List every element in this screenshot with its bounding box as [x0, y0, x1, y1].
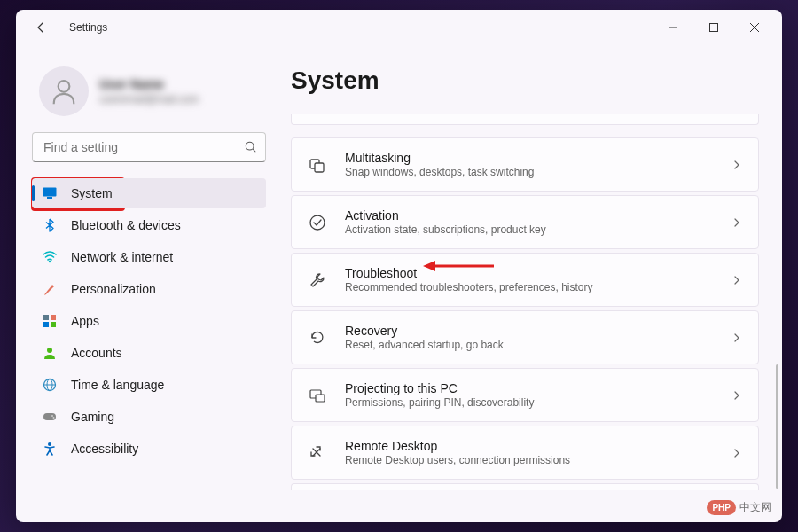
card-multitasking[interactable]: Multitasking Snap windows, desktops, tas… — [291, 137, 759, 192]
content-area: System Multitasking Snap windows, deskto… — [282, 45, 782, 522]
svg-point-24 — [310, 215, 325, 230]
globe-clock-icon — [43, 378, 57, 392]
card-desc: Reset, advanced startup, go back — [345, 339, 714, 351]
card-title: Activation — [345, 208, 714, 223]
activation-icon — [308, 213, 327, 232]
card-title: Projecting to this PC — [345, 381, 714, 395]
card-title: Troubleshoot — [345, 266, 714, 280]
svg-point-5 — [246, 142, 254, 150]
settings-cards: Multitasking Snap windows, desktops, tas… — [291, 114, 759, 499]
sidebar-item-label: Time & language — [71, 378, 164, 392]
projecting-icon — [308, 386, 327, 405]
card-title: Recovery — [345, 324, 714, 338]
minimize-button[interactable] — [653, 13, 693, 42]
svg-rect-18 — [43, 413, 56, 420]
close-button[interactable] — [734, 13, 775, 42]
sidebar-item-label: Accounts — [71, 346, 122, 360]
display-icon — [43, 186, 57, 200]
sidebar-item-time-language[interactable]: Time & language — [32, 370, 266, 400]
user-email: useremail@mail.com — [99, 93, 199, 106]
wifi-icon — [43, 250, 57, 264]
card-activation[interactable]: Activation Activation state, subscriptio… — [291, 195, 759, 249]
svg-point-21 — [48, 442, 51, 446]
sidebar-item-gaming[interactable]: Gaming — [32, 402, 266, 432]
chevron-right-icon — [732, 217, 742, 228]
card-remote-desktop[interactable]: Remote Desktop Remote Desktop users, con… — [291, 426, 759, 480]
card-desc: Snap windows, desktops, task switching — [345, 166, 714, 178]
remote-desktop-icon — [308, 443, 327, 463]
window-controls — [653, 13, 775, 42]
card-title: Remote Desktop — [345, 439, 714, 453]
close-icon — [750, 23, 759, 32]
arrow-left-icon — [34, 20, 48, 35]
recovery-icon — [308, 328, 327, 348]
card-text: Multitasking Snap windows, desktops, tas… — [345, 151, 714, 178]
maximize-icon — [709, 23, 718, 32]
sidebar-item-label: Accessibility — [71, 442, 138, 456]
back-button[interactable] — [27, 13, 55, 42]
card-desc: Permissions, pairing PIN, discoverabilit… — [345, 396, 714, 409]
search-input[interactable] — [32, 132, 266, 162]
window-title: Settings — [69, 21, 107, 34]
sidebar-item-network[interactable]: Network & internet — [32, 242, 266, 272]
maximize-button[interactable] — [693, 13, 734, 42]
svg-rect-11 — [51, 315, 56, 320]
svg-point-20 — [53, 417, 55, 419]
sidebar: User Name useremail@mail.com System Blue… — [16, 45, 282, 522]
card-text: Activation Activation state, subscriptio… — [345, 208, 714, 236]
chevron-right-icon — [732, 390, 742, 401]
chevron-right-icon — [732, 332, 742, 343]
card-recovery[interactable]: Recovery Reset, advanced startup, go bac… — [291, 310, 759, 364]
sidebar-item-apps[interactable]: Apps — [32, 306, 266, 336]
svg-rect-13 — [51, 322, 56, 327]
svg-line-6 — [253, 149, 255, 152]
svg-point-14 — [47, 348, 52, 353]
user-profile[interactable]: User Name useremail@mail.com — [32, 45, 266, 132]
svg-rect-27 — [316, 395, 325, 402]
sidebar-item-accounts[interactable]: Accounts — [32, 338, 266, 368]
gamepad-icon — [43, 410, 57, 424]
person-icon — [43, 346, 57, 360]
user-info: User Name useremail@mail.com — [99, 77, 199, 106]
sidebar-item-personalization[interactable]: Personalization — [32, 274, 266, 304]
brush-icon — [43, 282, 57, 296]
sidebar-item-system[interactable]: System — [32, 178, 266, 208]
troubleshoot-icon — [308, 270, 327, 290]
svg-rect-1 — [710, 24, 718, 32]
titlebar: Settings — [16, 10, 782, 45]
svg-point-19 — [51, 415, 53, 417]
sidebar-item-label: System — [71, 186, 113, 200]
chevron-right-icon — [732, 448, 742, 458]
apps-icon — [43, 314, 57, 328]
user-name: User Name — [99, 77, 199, 91]
avatar — [39, 66, 89, 116]
page-title: System — [291, 66, 759, 95]
sidebar-item-accessibility[interactable]: Accessibility — [32, 434, 266, 464]
settings-window: Settings User Name useremail@mail.com — [16, 10, 782, 522]
chevron-right-icon — [732, 275, 742, 286]
card-text: Projecting to this PC Permissions, pairi… — [345, 381, 714, 409]
card-projecting[interactable]: Projecting to this PC Permissions, pairi… — [291, 368, 759, 422]
sidebar-item-label: Apps — [71, 314, 99, 328]
minimize-icon — [669, 23, 677, 32]
card-title: Multitasking — [345, 151, 714, 165]
bluetooth-icon — [43, 218, 57, 232]
sidebar-item-label: Bluetooth & devices — [71, 218, 181, 232]
card-desc: Remote Desktop users, connection permiss… — [345, 454, 714, 466]
sidebar-item-bluetooth[interactable]: Bluetooth & devices — [32, 210, 266, 240]
card-partial-bottom[interactable] — [291, 483, 759, 490]
search-box — [32, 132, 266, 162]
scrollbar[interactable] — [776, 364, 778, 489]
search-icon — [245, 141, 257, 153]
person-icon — [49, 76, 79, 106]
sidebar-item-label: Personalization — [71, 282, 156, 296]
svg-rect-8 — [47, 197, 52, 199]
card-partial-top[interactable] — [291, 114, 759, 125]
svg-rect-7 — [43, 188, 57, 197]
svg-point-9 — [49, 261, 51, 262]
svg-rect-10 — [43, 315, 49, 320]
sidebar-item-label: Gaming — [71, 410, 114, 424]
svg-rect-12 — [43, 322, 49, 327]
card-troubleshoot[interactable]: Troubleshoot Recommended troubleshooters… — [291, 253, 759, 307]
card-text: Remote Desktop Remote Desktop users, con… — [345, 439, 714, 466]
